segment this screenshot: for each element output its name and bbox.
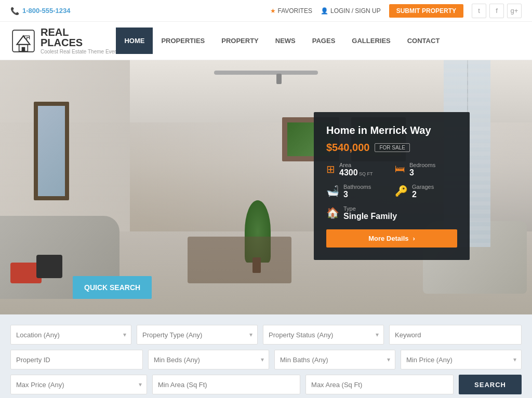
hero-section: Home in Merrick Way $540,000 FOR SALE ⊞ … — [0, 60, 532, 314]
min-baths-wrapper: Min Baths (Any) — [274, 350, 395, 369]
header: REAL PLACES Coolest Real Estate Theme Ev… — [0, 22, 532, 60]
search-button[interactable]: SEARCH — [459, 375, 522, 394]
bedrooms-info: Bedrooms 3 — [409, 162, 435, 177]
quick-search-button[interactable]: QUICK SEARCH — [73, 276, 152, 299]
nav-contact[interactable]: CONTACT — [399, 28, 448, 54]
garages-info: Garages 2 — [412, 184, 434, 199]
min-area-input[interactable] — [152, 375, 300, 394]
nav-property[interactable]: PROPERTY — [213, 28, 267, 54]
location-wrapper: Location (Any) — [10, 325, 131, 345]
min-price-wrapper: Min Price (Any) — [401, 350, 522, 369]
property-status-select[interactable]: Property Status (Any) — [263, 325, 384, 345]
stat-bathrooms: 🛁 Bathrooms 3 — [326, 184, 389, 199]
phone-number[interactable]: 1-800-555-1234 — [22, 7, 71, 15]
min-beds-wrapper: Min Beds (Any) — [148, 350, 269, 369]
bed-icon: 🛏 — [395, 163, 405, 175]
logo: REAL PLACES Coolest Real Estate Theme Ev… — [10, 22, 116, 60]
min-beds-select[interactable]: Min Beds (Any) — [148, 350, 269, 369]
pillow-dark — [36, 255, 62, 278]
bath-icon: 🛁 — [326, 185, 339, 197]
property-type-wrapper: Property Type (Any) — [137, 325, 258, 345]
stat-garages: 🔑 Garages 2 — [395, 184, 457, 199]
google-icon[interactable]: g+ — [507, 4, 522, 18]
max-area-input[interactable] — [305, 375, 454, 394]
svg-rect-3 — [22, 47, 25, 51]
nav-home[interactable]: HOME — [116, 28, 153, 54]
login-link[interactable]: 👤 LOGIN / SIGN UP — [321, 7, 381, 15]
min-price-select[interactable]: Min Price (Any) — [401, 350, 522, 369]
logo-tagline: Coolest Real Estate Theme Ever — [41, 49, 116, 54]
area-icon: ⊞ — [326, 163, 335, 175]
min-baths-select[interactable]: Min Baths (Any) — [274, 350, 395, 369]
search-row-1: Location (Any) Property Type (Any) Prope… — [10, 325, 522, 345]
type-icon: 🏠 — [326, 207, 339, 219]
main-nav: HOME PROPERTIES PROPERTY NEWS PAGES GALL… — [116, 28, 522, 54]
type-info: Type Single Family — [343, 205, 397, 221]
max-price-select[interactable]: Max Price (Any) — [10, 375, 147, 394]
social-icons: t f g+ — [472, 4, 522, 18]
nav-pages[interactable]: PAGES — [304, 28, 344, 54]
stat-type: 🏠 Type Single Family — [326, 205, 457, 221]
search-row-3: Max Price (Any) SEARCH — [10, 375, 522, 394]
property-id-input[interactable] — [10, 350, 143, 369]
bathrooms-info: Bathrooms 3 — [343, 184, 371, 199]
stat-area: ⊞ Area 4300 SQ FT — [326, 162, 389, 177]
mirror — [34, 102, 69, 200]
property-price: $540,000 — [326, 142, 369, 154]
search-row-2: Min Beds (Any) Min Baths (Any) Min Price… — [10, 350, 522, 369]
property-stats: ⊞ Area 4300 SQ FT 🛏 Bedrooms 3 🛁 Bathroo… — [326, 162, 457, 221]
nav-properties[interactable]: PROPERTIES — [153, 28, 213, 54]
max-price-wrapper: Max Price (Any) — [10, 375, 147, 394]
nav-galleries[interactable]: GALLERIES — [343, 28, 398, 54]
favorites-link[interactable]: ★ FAVORITES — [270, 7, 312, 15]
property-type-select[interactable]: Property Type (Any) — [137, 325, 258, 345]
keyword-input[interactable] — [389, 325, 522, 345]
track-light-1 — [276, 74, 282, 84]
top-bar: 📞 1-800-555-1234 ★ FAVORITES 👤 LOGIN / S… — [0, 0, 532, 22]
logo-text: REAL PLACES Coolest Real Estate Theme Ev… — [41, 27, 116, 54]
star-icon: ★ — [270, 7, 276, 15]
coffee-table — [188, 237, 291, 283]
user-icon: 👤 — [321, 7, 328, 15]
property-status-wrapper: Property Status (Any) — [263, 325, 384, 345]
phone-section: 📞 1-800-555-1234 — [10, 7, 71, 15]
search-section: Location (Any) Property Type (Any) Prope… — [0, 314, 532, 398]
location-select[interactable]: Location (Any) — [10, 325, 131, 345]
property-title: Home in Merrick Way — [326, 125, 457, 136]
facebook-icon[interactable]: f — [489, 4, 504, 18]
logo-svg — [10, 28, 36, 54]
garage-icon: 🔑 — [395, 185, 408, 197]
top-bar-actions: ★ FAVORITES 👤 LOGIN / SIGN UP SUBMIT PRO… — [270, 4, 522, 18]
area-info: Area 4300 SQ FT — [339, 162, 373, 177]
more-details-button[interactable]: More Details › — [326, 229, 457, 248]
twitter-icon[interactable]: t — [472, 4, 486, 18]
track-light-rail — [214, 71, 318, 75]
property-price-row: $540,000 FOR SALE — [326, 142, 457, 154]
stat-bedrooms: 🛏 Bedrooms 3 — [395, 162, 457, 177]
nav-news[interactable]: NEWS — [267, 28, 304, 54]
submit-property-button[interactable]: SUBMIT PROPERTY — [389, 4, 463, 18]
phone-icon: 📞 — [10, 7, 19, 15]
property-card: Home in Merrick Way $540,000 FOR SALE ⊞ … — [314, 112, 470, 260]
for-sale-badge: FOR SALE — [375, 143, 409, 152]
svg-marker-1 — [17, 36, 30, 45]
